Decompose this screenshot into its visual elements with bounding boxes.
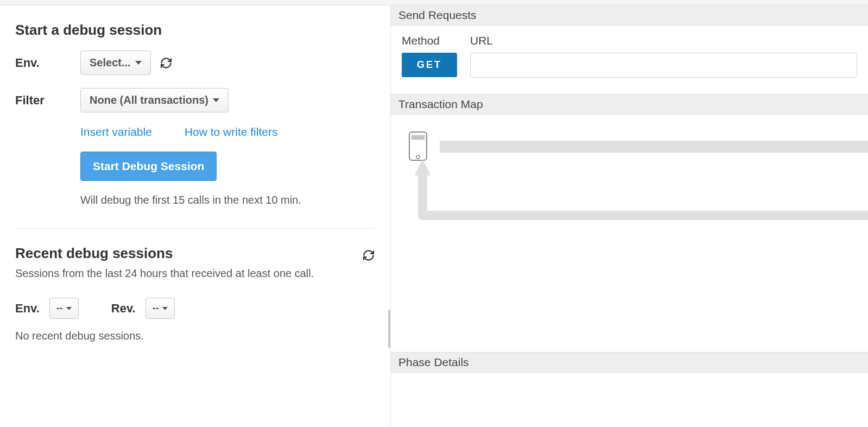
svg-marker-9 <box>415 159 431 175</box>
start-session-title: Start a debug session <box>15 22 375 39</box>
http-method-button[interactable]: GET <box>402 53 457 77</box>
start-hint-text: Will debug the first 15 calls in the nex… <box>80 194 375 206</box>
caret-down-icon <box>162 307 168 310</box>
refresh-sessions-icon[interactable] <box>362 249 375 262</box>
panel-splitter-handle[interactable] <box>388 310 391 348</box>
transaction-panel: Send Requests Method GET URL Transaction… <box>391 5 868 427</box>
caret-down-icon <box>135 61 142 65</box>
section-divider <box>15 228 375 229</box>
recent-rev-dropdown[interactable]: -- <box>145 298 175 319</box>
insert-variable-link[interactable]: Insert variable <box>80 125 152 139</box>
recent-filters: Env. -- Rev. -- <box>15 298 375 319</box>
filter-links: Insert variable How to write filters <box>80 125 375 139</box>
send-requests-body: Method GET URL <box>391 26 868 94</box>
transaction-flow-bar <box>440 141 868 153</box>
recent-env-dropdown[interactable]: -- <box>49 298 79 319</box>
env-row: Env. Select... <box>15 51 375 75</box>
url-input[interactable] <box>470 53 857 78</box>
phase-details-label: Phase Details <box>398 356 469 368</box>
recent-rev-value: -- <box>153 303 159 314</box>
how-to-write-filters-link[interactable]: How to write filters <box>185 125 278 139</box>
filter-label: Filter <box>15 93 80 108</box>
caret-down-icon <box>213 98 219 102</box>
start-button-row: Start Debug Session Will debug the first… <box>80 152 375 206</box>
recent-env-value: -- <box>56 303 63 314</box>
filter-row: Filter None (All transactions) <box>15 88 375 112</box>
recent-env-label: Env. <box>15 302 40 316</box>
recent-rev-label: Rev. <box>111 302 136 316</box>
start-debug-session-button[interactable]: Start Debug Session <box>80 152 217 181</box>
send-requests-label: Send Requests <box>398 9 477 21</box>
return-path-arrow-icon <box>411 155 868 220</box>
send-requests-header: Send Requests <box>391 5 868 26</box>
recent-sessions-subtitle: Sessions from the last 24 hours that rec… <box>15 265 375 281</box>
debug-config-panel: Start a debug session Env. Select... Fil… <box>0 5 391 427</box>
caret-down-icon <box>66 307 72 310</box>
recent-sessions-empty: No recent debug sessions. <box>15 330 375 342</box>
url-column-label: URL <box>470 34 857 47</box>
env-select-dropdown[interactable]: Select... <box>80 51 151 75</box>
phase-details-body <box>391 373 868 427</box>
top-bar <box>0 0 868 5</box>
recent-sessions-title: Recent debug sessions <box>15 245 173 262</box>
env-label: Env. <box>15 56 80 70</box>
recent-sessions-header: Recent debug sessions <box>15 245 375 265</box>
filter-select-value: None (All transactions) <box>90 94 208 106</box>
refresh-env-icon[interactable] <box>160 56 173 70</box>
transaction-map-header: Transaction Map <box>391 94 868 115</box>
phase-details-header: Phase Details <box>391 352 868 373</box>
env-select-value: Select... <box>90 56 131 69</box>
transaction-map-body <box>391 115 868 352</box>
method-column-label: Method <box>402 34 457 47</box>
filter-select-dropdown[interactable]: None (All transactions) <box>80 88 229 112</box>
transaction-map-label: Transaction Map <box>398 98 483 110</box>
